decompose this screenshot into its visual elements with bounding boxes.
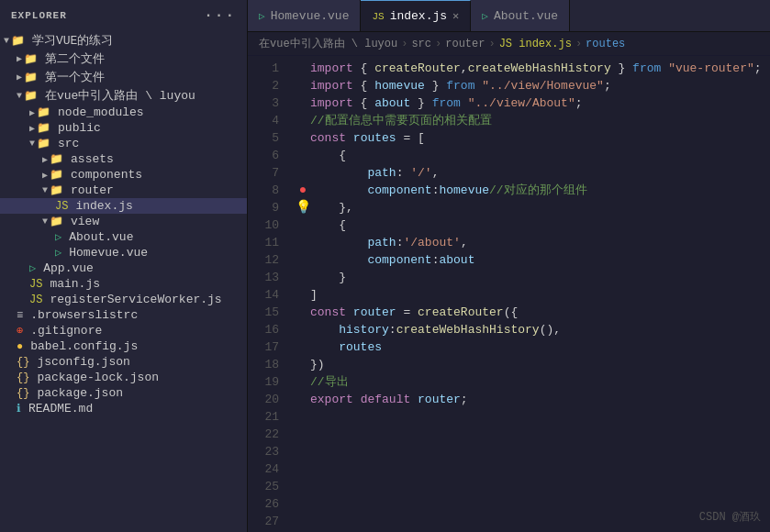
sidebar-item-about.vue[interactable]: ▷About.vue xyxy=(0,229,247,245)
sidebar-item-node_modules[interactable]: ▶📁node_modules xyxy=(0,105,247,120)
folder-icon: 📁 xyxy=(50,152,63,166)
chevron-icon: ▶ xyxy=(17,72,22,83)
token-plain: = [ xyxy=(396,129,425,147)
token-plain: (), xyxy=(540,321,561,338)
code-line: //导出 xyxy=(296,373,770,391)
sidebar-item-src[interactable]: ▼📁src xyxy=(0,136,247,151)
token-plain xyxy=(310,251,367,269)
sidebar-item-view[interactable]: ▼📁view xyxy=(0,214,247,229)
folder-icon: 📁 xyxy=(50,183,63,197)
token-plain: }, xyxy=(310,199,353,216)
code-lines: import { createRouter,createWebHashHisto… xyxy=(288,56,770,532)
token-plain: ; xyxy=(461,391,468,408)
js-file-icon: JS xyxy=(29,278,42,291)
sidebar-item-packagelock[interactable]: {}package-lock.json xyxy=(0,370,247,385)
folder-icon: 📁 xyxy=(24,89,38,103)
code-editor[interactable]: 1234567891011121314151617181920212223242… xyxy=(248,56,770,532)
vue-file-icon: ▷ xyxy=(55,230,61,244)
breadcrumb-part: src xyxy=(411,38,431,50)
sidebar-header: EXPLORER ··· xyxy=(0,0,247,31)
tree-item-label: Homevue.vue xyxy=(69,246,148,260)
code-line: //配置信息中需要页面的相关配置 xyxy=(296,112,770,129)
folder-icon: 📁 xyxy=(24,71,38,84)
explorer-title: EXPLORER xyxy=(11,10,67,21)
code-line: export default router; xyxy=(296,391,770,408)
tab-close-icon[interactable]: ✕ xyxy=(452,9,459,23)
folder-icon: 📁 xyxy=(11,34,25,48)
token-plain xyxy=(410,391,418,408)
folder-icon: 📁 xyxy=(37,105,50,119)
sidebar-item-folder2[interactable]: ▶📁第一个文件 xyxy=(0,68,247,86)
code-line: 💡 }, xyxy=(296,199,770,216)
json-file-icon: {} xyxy=(17,371,29,384)
sidebar-item-babel[interactable]: ●babel.config.js xyxy=(0,338,247,354)
token-plain: : xyxy=(432,251,440,269)
token-kw: default xyxy=(361,391,411,408)
sidebar-item-assets[interactable]: ▶📁assets xyxy=(0,151,247,167)
sidebar-item-browserslist[interactable]: ≡.browserslistrc xyxy=(0,307,247,323)
token-plain: { xyxy=(353,94,374,112)
sidebar-item-folder1[interactable]: ▶📁第二个文件 xyxy=(0,50,247,68)
line-number: 21 xyxy=(248,408,279,426)
token-plain xyxy=(310,321,339,338)
token-plain: } xyxy=(611,60,632,77)
token-kw2: from xyxy=(632,60,661,77)
token-kw: export xyxy=(310,391,353,408)
token-plain: { xyxy=(310,216,346,234)
breadcrumb-symbol: routes xyxy=(586,38,625,50)
json-file-icon: {} xyxy=(17,356,29,369)
sidebar-item-registerSW.js[interactable]: JSregisterServiceWorker.js xyxy=(0,292,247,307)
chevron-icon: ▼ xyxy=(4,36,9,46)
sidebar-item-app.vue[interactable]: ▷App.vue xyxy=(0,260,247,276)
token-var: homevue xyxy=(439,182,489,199)
tab-about[interactable]: ▷About.vue xyxy=(471,0,570,31)
tab-index[interactable]: JSindex.js✕ xyxy=(361,0,471,31)
token-plain xyxy=(353,391,361,408)
sidebar-item-jsconfig[interactable]: {}jsconfig.json xyxy=(0,354,247,370)
sidebar-item-gitignore[interactable]: ⊕.gitignore xyxy=(0,323,247,338)
token-plain: ] xyxy=(310,286,318,304)
js-file-icon: JS xyxy=(55,200,68,213)
tab-homevue[interactable]: ▷Homevue.vue xyxy=(248,0,361,31)
token-plain xyxy=(346,304,353,321)
token-var: homevue xyxy=(374,77,425,94)
token-var: router xyxy=(353,304,396,321)
tree-item-label: App.vue xyxy=(43,261,94,275)
sidebar-item-public[interactable]: ▶📁public xyxy=(0,120,247,136)
token-fn: createWebHashHistory xyxy=(468,60,611,77)
token-plain xyxy=(346,129,353,147)
token-plain xyxy=(474,77,482,94)
sidebar-item-main.js[interactable]: JSmain.js xyxy=(0,276,247,292)
token-plain: , xyxy=(432,164,440,182)
sidebar-item-index.js[interactable]: JSindex.js xyxy=(0,198,247,214)
line-number: 19 xyxy=(248,373,279,391)
line-number: 27 xyxy=(248,513,279,530)
token-kw2: from xyxy=(432,94,461,112)
tree-item-label: .gitignore xyxy=(30,324,102,338)
chevron-icon: ▼ xyxy=(17,91,22,101)
breadcrumb-sep: › xyxy=(575,38,582,50)
code-line: { xyxy=(296,147,770,164)
line-marker: ● xyxy=(296,182,310,199)
sidebar-item-readme[interactable]: ℹREADME.md xyxy=(0,401,247,416)
js-file-icon: JS xyxy=(29,294,42,306)
sidebar-item-root1[interactable]: ▼📁学习VUE的练习 xyxy=(0,31,247,50)
line-number: 12 xyxy=(248,251,279,269)
tree-item-label: README.md xyxy=(28,402,93,416)
line-number: 24 xyxy=(248,460,279,478)
tree-item-label: 第一个文件 xyxy=(45,69,105,85)
line-number: 18 xyxy=(248,356,279,373)
code-line: path:'/about', xyxy=(296,234,770,251)
sidebar-item-router[interactable]: ▼📁router xyxy=(0,183,247,198)
token-kw: import xyxy=(310,60,353,77)
sidebar-item-package[interactable]: {}package.json xyxy=(0,385,247,401)
sidebar-menu-dots[interactable]: ··· xyxy=(204,7,236,24)
sidebar-item-components[interactable]: ▶📁components xyxy=(0,167,247,183)
token-var: router xyxy=(418,391,461,408)
breadcrumb: 在vue中引入路由 \ luyou › src › router › JS in… xyxy=(248,32,770,56)
line-number: 8 xyxy=(248,182,279,199)
sidebar-item-homevue.vue[interactable]: ▷Homevue.vue xyxy=(0,245,247,260)
sidebar-item-folder3[interactable]: ▼📁在vue中引入路由 \ luyou xyxy=(0,86,247,105)
token-plain xyxy=(310,164,367,182)
folder-icon: 📁 xyxy=(37,137,50,150)
